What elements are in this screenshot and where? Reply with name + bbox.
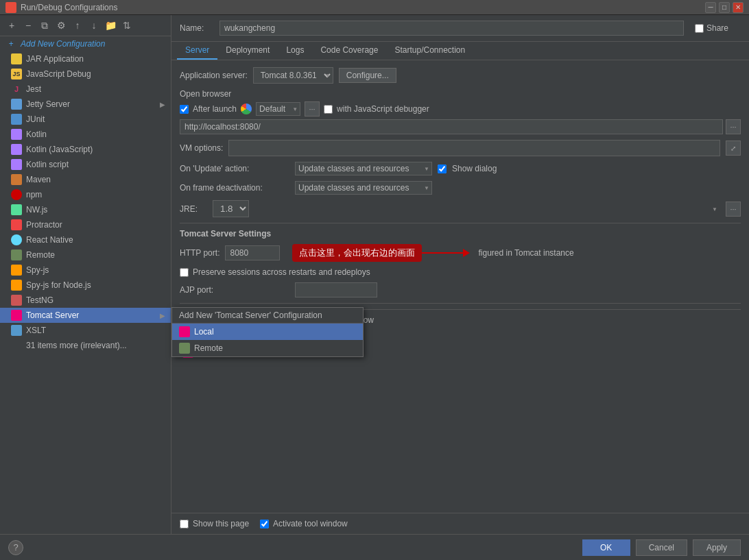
- jetty-icon: [11, 99, 22, 110]
- popup-item-remote[interactable]: Remote: [172, 340, 363, 356]
- after-launch-label: After launch: [193, 104, 237, 114]
- browser-more-button[interactable]: ···: [305, 101, 320, 117]
- tab-server[interactable]: Server: [177, 42, 217, 60]
- sidebar-item-maven[interactable]: Maven: [0, 172, 171, 187]
- testng-icon: [11, 295, 22, 306]
- sidebar-item-xslt[interactable]: XSLT: [0, 323, 171, 338]
- sidebar-item-kotlin-js[interactable]: Kotlin (JavaScript): [0, 142, 171, 157]
- folder-button[interactable]: 📁: [103, 18, 118, 33]
- divider-2: [180, 303, 741, 304]
- sidebar-item-remote[interactable]: Remote: [0, 247, 171, 263]
- app-icon: [5, 2, 16, 13]
- popup-item-local[interactable]: Local: [172, 324, 363, 340]
- apply-button[interactable]: Apply: [693, 539, 741, 556]
- sidebar-item-more[interactable]: 31 items more (irrelevant)...: [0, 338, 171, 353]
- content-area: Name: Share Server Deployment Logs Code …: [171, 15, 749, 534]
- http-port-label: HTTP port:: [180, 248, 219, 258]
- minimize-button[interactable]: ─: [705, 2, 716, 13]
- kotlin-icon: [11, 129, 22, 140]
- app-server-row: Application server: Tomcat 8.0.361 Confi…: [180, 67, 741, 84]
- vm-options-row: VM options: ⤢: [180, 140, 741, 156]
- add-config-button[interactable]: +: [4, 18, 19, 33]
- kotlin-script-icon: [11, 159, 22, 170]
- add-new-icon: +: [5, 38, 16, 49]
- help-button[interactable]: ?: [8, 540, 23, 555]
- activate-tool-checkbox[interactable]: [260, 520, 269, 528]
- settings-config-button[interactable]: ⚙: [54, 18, 69, 33]
- popup-local-label: Local: [194, 327, 214, 337]
- sidebar-item-jar[interactable]: JAR Application: [0, 51, 171, 66]
- sidebar-item-spy-js[interactable]: Spy-js: [0, 263, 171, 278]
- on-frame-label: On frame deactivation:: [180, 183, 289, 193]
- sidebar-item-jest[interactable]: J Jest: [0, 82, 171, 97]
- jre-row: JRE: 1.8 ···: [180, 200, 741, 217]
- sidebar-item-kotlin[interactable]: Kotlin: [0, 127, 171, 142]
- preserve-sessions-checkbox[interactable]: [180, 268, 189, 277]
- app-server-select[interactable]: Tomcat 8.0.361: [253, 67, 333, 84]
- jest-icon: J: [11, 84, 22, 95]
- jre-select[interactable]: 1.8: [213, 200, 249, 217]
- name-row: Name: Share: [171, 15, 749, 42]
- tab-code-coverage[interactable]: Code Coverage: [312, 42, 386, 60]
- sidebar-item-jetty[interactable]: Jetty Server ▶: [0, 97, 171, 112]
- tab-logs[interactable]: Logs: [278, 42, 312, 60]
- cancel-button[interactable]: Cancel: [636, 539, 687, 556]
- sidebar-item-spy-js-node[interactable]: Spy-js for Node.js: [0, 278, 171, 293]
- maximize-button[interactable]: □: [719, 2, 730, 13]
- configure-button[interactable]: Configure...: [339, 68, 396, 83]
- browser-select[interactable]: Default: [256, 102, 300, 116]
- browser-row: After launch Default ··· with JavaScript…: [180, 101, 741, 117]
- junit-icon: [11, 114, 22, 125]
- move-up-button[interactable]: ↑: [70, 18, 85, 33]
- url-more-button[interactable]: ···: [726, 119, 741, 134]
- remote-icon: [11, 249, 22, 260]
- nw-icon: [11, 204, 22, 215]
- tomcat-settings-title: Tomcat Server Settings: [180, 229, 741, 239]
- sidebar-item-junit[interactable]: JUnit: [0, 112, 171, 127]
- sort-button[interactable]: ⇅: [119, 18, 134, 33]
- vm-options-input[interactable]: [228, 140, 720, 156]
- sidebar-item-nw[interactable]: NW.js: [0, 202, 171, 217]
- on-update-select[interactable]: Update classes and resources: [295, 162, 432, 175]
- close-button[interactable]: ✕: [733, 2, 744, 13]
- sidebar-item-kotlin-script[interactable]: Kotlin script: [0, 157, 171, 172]
- url-input[interactable]: [180, 119, 723, 134]
- app-server-label: Application server:: [180, 71, 248, 80]
- jre-label: JRE:: [180, 204, 207, 214]
- jre-more-button[interactable]: ···: [726, 202, 741, 217]
- vm-expand-button[interactable]: ⤢: [726, 141, 741, 156]
- sidebar-item-tomcat[interactable]: Tomcat Server ▶: [0, 308, 171, 323]
- js-debugger-checkbox[interactable]: [324, 105, 333, 114]
- chrome-icon: [241, 104, 252, 114]
- js-debugger-label: with JavaScript debugger: [337, 104, 429, 114]
- on-frame-select[interactable]: Update classes and resources: [295, 181, 432, 195]
- ajp-port-input[interactable]: [295, 282, 377, 297]
- sidebar-item-add-new[interactable]: + Add New Configuration: [0, 36, 171, 51]
- name-input[interactable]: [219, 21, 684, 36]
- sidebar-item-npm[interactable]: npm: [0, 187, 171, 202]
- remove-config-button[interactable]: −: [21, 18, 36, 33]
- copy-config-button[interactable]: ⧉: [37, 18, 52, 33]
- move-down-button[interactable]: ↓: [86, 18, 102, 33]
- http-port-input[interactable]: [225, 245, 280, 260]
- tab-startup[interactable]: Startup/Connection: [386, 42, 473, 60]
- sidebar: + − ⧉ ⚙ ↑ ↓ 📁 ⇅ + Add New Configuration …: [0, 15, 171, 534]
- tomcat-dropdown-popup: Add New 'Tomcat Server' Configuration Lo…: [171, 307, 364, 357]
- sidebar-item-js-debug[interactable]: JS JavaScript Debug: [0, 66, 171, 82]
- tab-deployment[interactable]: Deployment: [217, 42, 278, 60]
- preserve-sessions-row: Preserve sessions across restarts and re…: [180, 267, 741, 277]
- share-checkbox[interactable]: [695, 24, 704, 33]
- sidebar-item-testng[interactable]: TestNG: [0, 293, 171, 308]
- show-page-checkbox[interactable]: [180, 520, 189, 528]
- sidebar-item-protractor[interactable]: Protractor: [0, 217, 171, 232]
- xslt-icon: [11, 325, 22, 336]
- annotation-container: 点击这里，会出现右边的画面: [292, 244, 470, 262]
- ok-button[interactable]: OK: [582, 539, 630, 556]
- maven-icon: [11, 174, 22, 185]
- after-launch-checkbox[interactable]: [180, 105, 189, 114]
- sidebar-item-react-native[interactable]: React Native: [0, 232, 171, 247]
- on-frame-row: On frame deactivation: Update classes an…: [180, 181, 741, 195]
- show-dialog-checkbox[interactable]: [438, 165, 447, 173]
- popup-remote-label: Remote: [194, 343, 223, 353]
- sidebar-toolbar: + − ⧉ ⚙ ↑ ↓ 📁 ⇅: [0, 15, 171, 36]
